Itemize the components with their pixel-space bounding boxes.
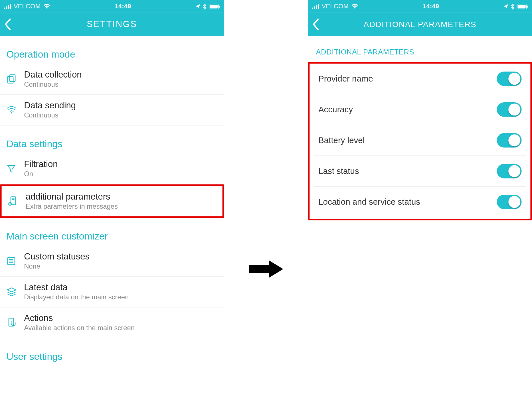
back-button[interactable] xyxy=(4,19,11,31)
section-additional-parameters: ADDITIONAL PARAMETERS xyxy=(308,36,532,62)
row-location-service-status[interactable]: Location and service status xyxy=(314,187,525,217)
touch-icon xyxy=(6,317,17,328)
row-last-status[interactable]: Last status xyxy=(314,156,525,187)
bluetooth-icon xyxy=(203,3,207,9)
signal-icon xyxy=(4,4,11,9)
param-label: Battery level xyxy=(318,135,365,145)
row-battery-level[interactable]: Battery level xyxy=(314,125,525,156)
svg-point-5 xyxy=(11,112,12,113)
location-icon xyxy=(503,4,508,9)
toggle-battery-level[interactable] xyxy=(497,133,522,147)
row-latest-data[interactable]: Latest data Displayed data on the main s… xyxy=(0,277,224,307)
param-label: Last status xyxy=(318,166,359,176)
row-title: Data sending xyxy=(24,100,218,111)
row-actions[interactable]: Actions Available actions on the main sc… xyxy=(0,307,224,338)
status-bar: VELCOM 14:49 xyxy=(0,0,224,13)
row-custom-statuses[interactable]: Custom statuses None xyxy=(0,246,224,277)
nav-bar: SETTINGS xyxy=(0,13,224,36)
clock-label: 14:49 xyxy=(115,3,131,10)
svg-rect-18 xyxy=(518,5,526,8)
row-subtitle: Available actions on the main screen xyxy=(24,324,218,332)
row-subtitle: Extra parameters in messages xyxy=(26,203,216,211)
funnel-icon xyxy=(6,164,16,174)
toggle-provider-name[interactable] xyxy=(497,72,522,86)
row-subtitle: On xyxy=(24,170,218,178)
row-additional-parameters[interactable]: additional parameters Extra parameters i… xyxy=(2,186,222,216)
row-data-collection[interactable]: Data collection Continuous xyxy=(0,64,224,95)
row-subtitle: Continuous xyxy=(24,111,218,119)
page-title: SETTINGS xyxy=(0,19,224,29)
row-subtitle: Continuous xyxy=(24,81,218,89)
wifi-icon xyxy=(43,4,50,9)
row-title: Custom statuses xyxy=(24,251,218,262)
row-title: Data collection xyxy=(24,70,218,80)
section-data-settings: Data settings xyxy=(0,125,224,153)
device-icon xyxy=(8,196,18,206)
page-title: ADDITIONAL PARAMETERS xyxy=(308,20,532,29)
copy-icon xyxy=(6,74,17,84)
section-operation-mode: Operation mode xyxy=(0,36,224,64)
svg-rect-4 xyxy=(10,75,15,82)
list-icon xyxy=(6,256,16,266)
nav-bar: ADDITIONAL PARAMETERS xyxy=(308,13,532,36)
additional-parameters-screen: VELCOM 14:49 ADDIT xyxy=(308,0,532,220)
status-bar: VELCOM 14:49 xyxy=(308,0,532,13)
battery-icon xyxy=(517,4,528,9)
svg-rect-3 xyxy=(8,76,13,83)
wifi-icon xyxy=(351,4,358,9)
clock-label: 14:49 xyxy=(423,3,439,10)
param-label: Location and service status xyxy=(318,197,420,207)
row-subtitle: None xyxy=(24,263,218,271)
section-main-screen: Main screen customizer xyxy=(0,218,224,246)
highlight-parameter-list: Provider name Accuracy Battery level Las… xyxy=(308,62,532,220)
battery-icon xyxy=(209,4,220,9)
layers-icon xyxy=(6,287,17,297)
bluetooth-icon xyxy=(511,3,515,9)
row-provider-name[interactable]: Provider name xyxy=(314,64,525,94)
row-title: Filtration xyxy=(24,159,218,169)
row-title: Latest data xyxy=(24,282,218,293)
back-button[interactable] xyxy=(312,19,319,31)
row-filtration[interactable]: Filtration On xyxy=(0,153,224,184)
settings-screen: VELCOM 14:49 SETTI xyxy=(0,0,224,362)
param-label: Provider name xyxy=(318,74,373,84)
row-data-sending[interactable]: Data sending Continuous xyxy=(0,95,224,125)
wifi-icon xyxy=(6,106,17,114)
carrier-label: VELCOM xyxy=(321,3,349,10)
row-title: Actions xyxy=(24,313,218,323)
highlight-additional-parameters: additional parameters Extra parameters i… xyxy=(0,184,224,218)
toggle-accuracy[interactable] xyxy=(497,102,522,117)
svg-rect-2 xyxy=(219,5,220,7)
signal-icon xyxy=(312,4,319,9)
svg-rect-1 xyxy=(210,5,218,8)
row-subtitle: Displayed data on the main screen xyxy=(24,293,218,301)
toggle-last-status[interactable] xyxy=(497,164,522,178)
svg-rect-19 xyxy=(527,5,528,7)
location-icon xyxy=(196,4,201,9)
carrier-label: VELCOM xyxy=(14,3,41,10)
section-user-settings: User settings xyxy=(0,338,224,362)
arrow-icon xyxy=(248,258,284,280)
row-title: additional parameters xyxy=(26,192,216,202)
toggle-location-service-status[interactable] xyxy=(497,195,522,209)
row-accuracy[interactable]: Accuracy xyxy=(314,94,525,125)
param-label: Accuracy xyxy=(318,105,353,114)
